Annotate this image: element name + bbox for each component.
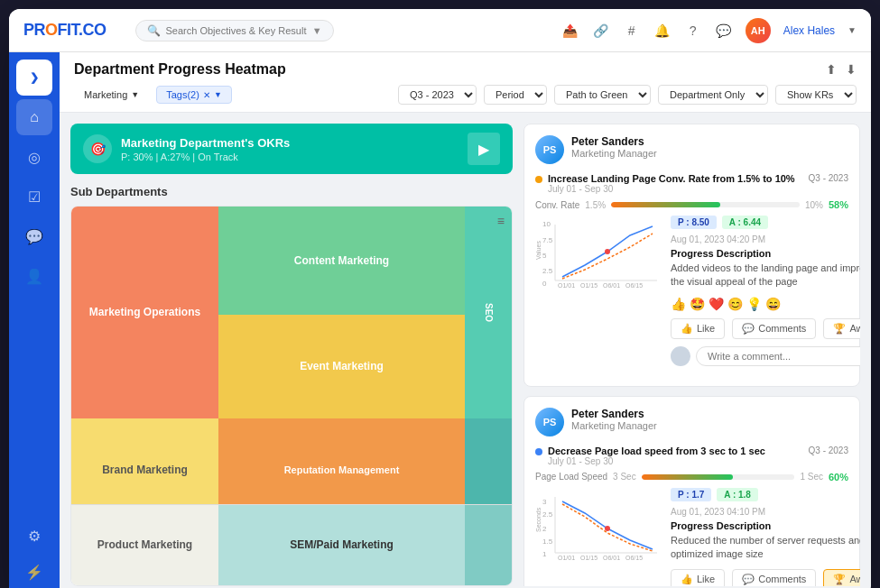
kr2-comments-btn[interactable]: 💬 Comments [732, 569, 816, 586]
kr1-awards-btn[interactable]: 🏆 Awards [823, 318, 860, 339]
sub-departments-label: Sub Departments [70, 181, 513, 198]
user-name[interactable]: Alex Hales [783, 24, 835, 37]
path-select[interactable]: Path to Green [554, 85, 651, 105]
treemap-event-marketing[interactable]: Event Marketing [218, 315, 465, 418]
treemap-bottom-right [465, 504, 512, 585]
sidebar-expand-btn[interactable]: ❯ [16, 60, 52, 96]
heatmap-menu-icon[interactable]: ≡ [497, 214, 505, 228]
sidebar-item-people[interactable]: 👤 [16, 258, 52, 294]
sidebar-item-tasks[interactable]: ☑ [16, 179, 52, 215]
kr2-quarter: Q3 - 2023 [809, 446, 848, 455]
dept-dropdown-icon: ▼ [131, 90, 139, 99]
svg-text:1.5: 1.5 [542, 537, 553, 546]
svg-text:7.5: 7.5 [542, 236, 553, 244]
search-bar[interactable]: 🔍 ▼ [135, 20, 334, 41]
awards-icon: 🏆 [833, 323, 846, 335]
kr-card-1: PS Peter Sanders Marketing Manager Incre… [523, 124, 860, 387]
svg-text:0: 0 [542, 280, 547, 288]
kr1-desc-text: Added videos to the landing page and imp… [671, 262, 860, 289]
okr-play-btn[interactable]: ▶ [468, 133, 500, 165]
sidebar-item-filters[interactable]: ⚡ [16, 554, 52, 588]
right-panel: PS Peter Sanders Marketing Manager Incre… [523, 124, 860, 586]
kr2-user-title: Marketing Manager [571, 420, 848, 431]
reaction-happy[interactable]: 😊 [727, 297, 743, 311]
kr2-desc-title: Progress Description [671, 520, 860, 531]
quarter-select[interactable]: Q3 - 2023 [398, 85, 477, 105]
treemap-sem-paid[interactable]: SEM/Paid Marketing [218, 504, 465, 585]
kr1-actions: 👍 Like 💬 Comments 🏆 A [671, 318, 860, 339]
kr1-a-badge: A : 6.44 [722, 216, 768, 229]
kr2-a-badge: A : 1.8 [717, 488, 758, 501]
kr2-p-badge: P : 1.7 [671, 488, 711, 501]
kr2-header: PS Peter Sanders Marketing Manager [535, 408, 848, 436]
treemap-seo[interactable]: SEO [465, 207, 512, 418]
kr2-progress-bar [642, 474, 734, 480]
org-icon[interactable]: 🔗 [592, 22, 610, 40]
kr2-actions: 👍 Like 💬 Comments 🏆 A [671, 569, 860, 586]
kr1-desc-title: Progress Description [671, 248, 860, 259]
svg-text:2.5: 2.5 [542, 510, 553, 519]
kr2-user-name: Peter Sanders [571, 408, 848, 420]
tags-close-icon[interactable]: ✕ [203, 90, 210, 100]
reaction-bulb[interactable]: 💡 [746, 297, 762, 311]
download-icon[interactable]: ⬇ [846, 62, 857, 77]
kr1-comment-field[interactable] [696, 346, 860, 366]
kr2-user-info: Peter Sanders Marketing Manager [571, 408, 848, 431]
search-input[interactable] [166, 25, 307, 36]
message-icon[interactable]: 💬 [715, 22, 733, 40]
kr2-like-btn[interactable]: 👍 Like [671, 569, 725, 586]
kr2-indicator [535, 448, 542, 455]
reaction-thumbsup[interactable]: 👍 [671, 297, 686, 311]
notification-icon[interactable]: 🔔 [653, 22, 672, 40]
kr1-progress-container [611, 202, 800, 207]
kr2-comments-icon: 💬 [742, 574, 755, 585]
kr2-awards-btn[interactable]: 🏆 Awards [823, 569, 860, 586]
upload-icon[interactable]: 📤 [561, 22, 579, 40]
treemap-content-marketing[interactable]: Content Marketing [218, 207, 465, 315]
reaction-laugh[interactable]: 😄 [765, 297, 781, 311]
svg-point-20 [605, 526, 610, 531]
content-area: Department Progress Heatmap ⬆ ⬇ Marketin… [60, 52, 871, 588]
kr2-metric-label: Page Load Speed [535, 472, 607, 482]
treemap-marketing-ops[interactable]: Marketing Operations [71, 207, 218, 418]
share-icon[interactable]: ⬆ [826, 62, 837, 77]
kr-card-2: PS Peter Sanders Marketing Manager Decre… [523, 396, 860, 586]
left-panel: 🎯 Marketing Department's OKRs P: 30% | A… [70, 124, 513, 586]
dept-only-select[interactable]: Department Only [658, 85, 768, 105]
sidebar-item-chat[interactable]: 💬 [16, 218, 52, 254]
kr1-comments-btn[interactable]: 💬 Comments [732, 318, 816, 339]
hashtag-icon[interactable]: # [623, 22, 641, 40]
logo-accent: O [45, 21, 58, 39]
filter-icon: ▼ [312, 25, 322, 36]
kr1-like-btn[interactable]: 👍 Like [671, 318, 725, 339]
sidebar-item-home[interactable]: ⌂ [16, 99, 52, 135]
svg-text:Q6/01: Q6/01 [603, 555, 620, 560]
logo: PROFIT.CO [23, 21, 107, 40]
reaction-star[interactable]: 🤩 [690, 297, 705, 311]
kr1-date-range: July 01 - Sep 30 [548, 184, 848, 194]
svg-text:Q1/15: Q1/15 [580, 555, 597, 560]
like-icon: 👍 [681, 323, 693, 335]
help-icon[interactable]: ? [684, 22, 702, 40]
svg-text:Values: Values [535, 241, 542, 260]
okr-header-card[interactable]: 🎯 Marketing Department's OKRs P: 30% | A… [70, 124, 513, 174]
kr1-commenter-avatar [671, 346, 690, 366]
period-select[interactable]: Period [484, 85, 547, 105]
tags-filter[interactable]: Tags(2) ✕ ▼ [156, 86, 232, 104]
kr1-obj-text: Increase Landing Page Conv. Rate from 1.… [548, 173, 801, 184]
kr1-avatar: PS [535, 135, 564, 164]
reaction-heart[interactable]: ❤️ [709, 297, 724, 311]
sidebar-item-objectives[interactable]: ◎ [16, 139, 52, 175]
header-actions: ⬆ ⬇ [826, 62, 857, 77]
tags-label: Tags(2) [166, 89, 199, 100]
user-dropdown-icon[interactable]: ▼ [848, 25, 857, 35]
svg-text:Q6/15: Q6/15 [625, 555, 643, 560]
sidebar-item-settings[interactable]: ⚙ [16, 518, 52, 554]
treemap-product-marketing[interactable]: Product Marketing [71, 504, 218, 585]
kr2-timestamp: Aug 01, 2023 04:10 PM [671, 507, 860, 517]
kr1-comment-input [671, 346, 860, 366]
kr2-desc-text: Reduced the number of server requests an… [671, 534, 860, 562]
svg-text:10: 10 [542, 220, 551, 228]
show-krs-select[interactable]: Show KRs [775, 85, 857, 105]
dept-filter[interactable]: Marketing ▼ [74, 86, 149, 104]
